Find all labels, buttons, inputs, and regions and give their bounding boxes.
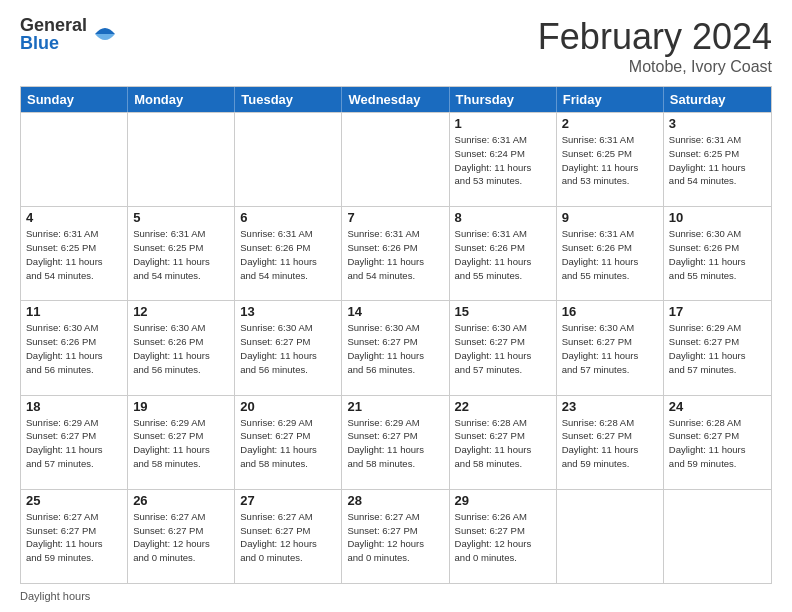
day-info: Sunrise: 6:27 AM Sunset: 6:27 PM Dayligh…	[240, 510, 336, 565]
day-number: 7	[347, 210, 443, 225]
day-info: Sunrise: 6:31 AM Sunset: 6:24 PM Dayligh…	[455, 133, 551, 188]
day-number: 18	[26, 399, 122, 414]
day-info: Sunrise: 6:30 AM Sunset: 6:27 PM Dayligh…	[455, 321, 551, 376]
calendar-row: 18Sunrise: 6:29 AM Sunset: 6:27 PM Dayli…	[21, 395, 771, 489]
day-number: 1	[455, 116, 551, 131]
day-info: Sunrise: 6:30 AM Sunset: 6:27 PM Dayligh…	[347, 321, 443, 376]
calendar-cell: 11Sunrise: 6:30 AM Sunset: 6:26 PM Dayli…	[21, 301, 128, 394]
day-number: 24	[669, 399, 766, 414]
logo-icon	[91, 20, 119, 48]
calendar-cell	[21, 113, 128, 206]
calendar-body: 1Sunrise: 6:31 AM Sunset: 6:24 PM Daylig…	[21, 112, 771, 583]
calendar-header-cell: Thursday	[450, 87, 557, 112]
calendar-cell: 5Sunrise: 6:31 AM Sunset: 6:25 PM Daylig…	[128, 207, 235, 300]
day-info: Sunrise: 6:31 AM Sunset: 6:26 PM Dayligh…	[240, 227, 336, 282]
day-number: 14	[347, 304, 443, 319]
day-number: 22	[455, 399, 551, 414]
page: General Blue February 2024 Motobe, Ivory…	[0, 0, 792, 612]
day-number: 20	[240, 399, 336, 414]
day-info: Sunrise: 6:30 AM Sunset: 6:26 PM Dayligh…	[669, 227, 766, 282]
calendar-cell: 21Sunrise: 6:29 AM Sunset: 6:27 PM Dayli…	[342, 396, 449, 489]
calendar-cell: 9Sunrise: 6:31 AM Sunset: 6:26 PM Daylig…	[557, 207, 664, 300]
calendar-header-cell: Sunday	[21, 87, 128, 112]
calendar-cell: 14Sunrise: 6:30 AM Sunset: 6:27 PM Dayli…	[342, 301, 449, 394]
calendar-cell: 2Sunrise: 6:31 AM Sunset: 6:25 PM Daylig…	[557, 113, 664, 206]
day-number: 11	[26, 304, 122, 319]
calendar-cell: 20Sunrise: 6:29 AM Sunset: 6:27 PM Dayli…	[235, 396, 342, 489]
calendar-cell: 22Sunrise: 6:28 AM Sunset: 6:27 PM Dayli…	[450, 396, 557, 489]
day-number: 21	[347, 399, 443, 414]
header: General Blue February 2024 Motobe, Ivory…	[20, 16, 772, 76]
calendar-header-cell: Saturday	[664, 87, 771, 112]
footer-text: Daylight hours	[20, 590, 90, 602]
calendar-cell: 8Sunrise: 6:31 AM Sunset: 6:26 PM Daylig…	[450, 207, 557, 300]
day-info: Sunrise: 6:29 AM Sunset: 6:27 PM Dayligh…	[240, 416, 336, 471]
calendar-cell: 3Sunrise: 6:31 AM Sunset: 6:25 PM Daylig…	[664, 113, 771, 206]
day-info: Sunrise: 6:29 AM Sunset: 6:27 PM Dayligh…	[347, 416, 443, 471]
logo-blue: Blue	[20, 34, 87, 52]
title-block: February 2024 Motobe, Ivory Coast	[538, 16, 772, 76]
calendar-cell: 7Sunrise: 6:31 AM Sunset: 6:26 PM Daylig…	[342, 207, 449, 300]
calendar-cell	[128, 113, 235, 206]
calendar-cell	[664, 490, 771, 583]
calendar-row: 11Sunrise: 6:30 AM Sunset: 6:26 PM Dayli…	[21, 300, 771, 394]
day-info: Sunrise: 6:27 AM Sunset: 6:27 PM Dayligh…	[133, 510, 229, 565]
calendar-cell: 23Sunrise: 6:28 AM Sunset: 6:27 PM Dayli…	[557, 396, 664, 489]
day-info: Sunrise: 6:30 AM Sunset: 6:27 PM Dayligh…	[562, 321, 658, 376]
day-number: 9	[562, 210, 658, 225]
footer: Daylight hours	[20, 590, 772, 602]
calendar-header: SundayMondayTuesdayWednesdayThursdayFrid…	[21, 87, 771, 112]
day-info: Sunrise: 6:30 AM Sunset: 6:26 PM Dayligh…	[133, 321, 229, 376]
calendar-cell	[235, 113, 342, 206]
day-info: Sunrise: 6:27 AM Sunset: 6:27 PM Dayligh…	[26, 510, 122, 565]
day-info: Sunrise: 6:30 AM Sunset: 6:27 PM Dayligh…	[240, 321, 336, 376]
calendar-cell: 29Sunrise: 6:26 AM Sunset: 6:27 PM Dayli…	[450, 490, 557, 583]
calendar-cell: 16Sunrise: 6:30 AM Sunset: 6:27 PM Dayli…	[557, 301, 664, 394]
calendar-cell: 19Sunrise: 6:29 AM Sunset: 6:27 PM Dayli…	[128, 396, 235, 489]
day-info: Sunrise: 6:31 AM Sunset: 6:25 PM Dayligh…	[26, 227, 122, 282]
day-number: 26	[133, 493, 229, 508]
day-number: 8	[455, 210, 551, 225]
day-number: 17	[669, 304, 766, 319]
day-info: Sunrise: 6:31 AM Sunset: 6:25 PM Dayligh…	[669, 133, 766, 188]
day-info: Sunrise: 6:29 AM Sunset: 6:27 PM Dayligh…	[26, 416, 122, 471]
day-number: 16	[562, 304, 658, 319]
calendar-cell: 13Sunrise: 6:30 AM Sunset: 6:27 PM Dayli…	[235, 301, 342, 394]
day-info: Sunrise: 6:26 AM Sunset: 6:27 PM Dayligh…	[455, 510, 551, 565]
day-number: 25	[26, 493, 122, 508]
day-number: 5	[133, 210, 229, 225]
calendar-cell	[342, 113, 449, 206]
day-info: Sunrise: 6:28 AM Sunset: 6:27 PM Dayligh…	[455, 416, 551, 471]
day-number: 10	[669, 210, 766, 225]
location: Motobe, Ivory Coast	[538, 58, 772, 76]
day-info: Sunrise: 6:31 AM Sunset: 6:26 PM Dayligh…	[455, 227, 551, 282]
calendar-cell: 1Sunrise: 6:31 AM Sunset: 6:24 PM Daylig…	[450, 113, 557, 206]
day-number: 2	[562, 116, 658, 131]
logo-general: General	[20, 16, 87, 34]
day-info: Sunrise: 6:31 AM Sunset: 6:25 PM Dayligh…	[562, 133, 658, 188]
day-number: 4	[26, 210, 122, 225]
calendar-cell: 27Sunrise: 6:27 AM Sunset: 6:27 PM Dayli…	[235, 490, 342, 583]
day-info: Sunrise: 6:31 AM Sunset: 6:26 PM Dayligh…	[347, 227, 443, 282]
day-info: Sunrise: 6:28 AM Sunset: 6:27 PM Dayligh…	[669, 416, 766, 471]
day-number: 19	[133, 399, 229, 414]
day-number: 3	[669, 116, 766, 131]
calendar-row: 4Sunrise: 6:31 AM Sunset: 6:25 PM Daylig…	[21, 206, 771, 300]
calendar-cell: 18Sunrise: 6:29 AM Sunset: 6:27 PM Dayli…	[21, 396, 128, 489]
calendar-cell: 12Sunrise: 6:30 AM Sunset: 6:26 PM Dayli…	[128, 301, 235, 394]
calendar-cell: 6Sunrise: 6:31 AM Sunset: 6:26 PM Daylig…	[235, 207, 342, 300]
calendar: SundayMondayTuesdayWednesdayThursdayFrid…	[20, 86, 772, 584]
day-info: Sunrise: 6:30 AM Sunset: 6:26 PM Dayligh…	[26, 321, 122, 376]
day-info: Sunrise: 6:31 AM Sunset: 6:25 PM Dayligh…	[133, 227, 229, 282]
calendar-cell: 28Sunrise: 6:27 AM Sunset: 6:27 PM Dayli…	[342, 490, 449, 583]
logo: General Blue	[20, 16, 119, 52]
calendar-header-cell: Monday	[128, 87, 235, 112]
calendar-cell: 24Sunrise: 6:28 AM Sunset: 6:27 PM Dayli…	[664, 396, 771, 489]
day-number: 13	[240, 304, 336, 319]
calendar-header-cell: Tuesday	[235, 87, 342, 112]
day-number: 15	[455, 304, 551, 319]
calendar-cell: 26Sunrise: 6:27 AM Sunset: 6:27 PM Dayli…	[128, 490, 235, 583]
calendar-cell: 17Sunrise: 6:29 AM Sunset: 6:27 PM Dayli…	[664, 301, 771, 394]
day-number: 28	[347, 493, 443, 508]
calendar-row: 25Sunrise: 6:27 AM Sunset: 6:27 PM Dayli…	[21, 489, 771, 583]
